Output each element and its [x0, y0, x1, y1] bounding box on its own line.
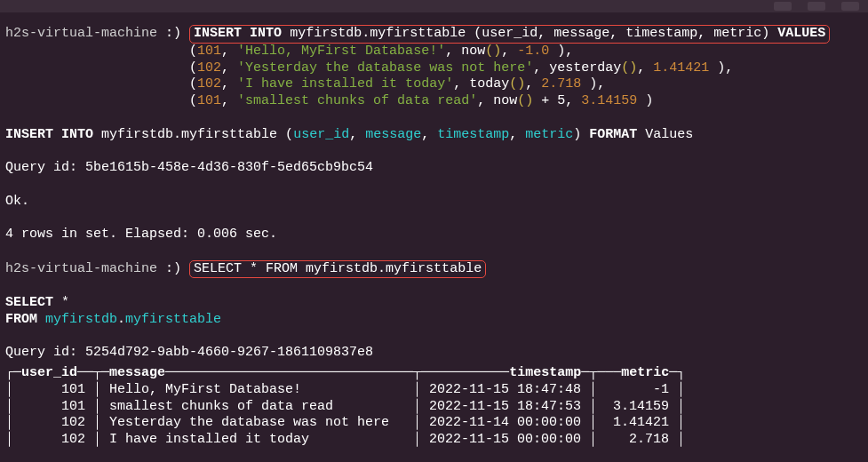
row1-msg: 'Hello, MyFirst Database!' [237, 44, 445, 59]
row1-fn: now [461, 44, 485, 59]
row4-metric: 3.14159 [581, 93, 637, 108]
comma: , [509, 127, 525, 142]
comma: , [637, 60, 653, 76]
echo-col-user-id: user_id [293, 127, 349, 142]
open-paren: ( [474, 26, 482, 41]
highlight-select-cmd: SELECT * FROM myfirstdb.myfirsttable [189, 260, 486, 279]
echo-db: myfirstdb [45, 312, 117, 327]
query1-rows: 4 rows in set. Elapsed: 0.006 sec. [5, 227, 277, 242]
result-table: ┌─user_id──┬─message────────────────────… [5, 365, 863, 449]
query1-label: Query id: [5, 160, 77, 175]
comma: , [421, 127, 437, 142]
open: ( [189, 44, 197, 59]
comma: , [538, 26, 553, 41]
parens: () [517, 93, 533, 108]
echo-from-kw: FROM [5, 312, 37, 327]
echo-table: myfirsttable [125, 312, 221, 327]
db-table: myfirstdb.myfirsttable [290, 26, 466, 41]
parens: () [485, 44, 501, 59]
row4-fn: now [493, 93, 517, 108]
echo-col-message: message [365, 127, 421, 142]
open-paren: ( [285, 127, 293, 142]
col-user-id: user_id [482, 26, 538, 41]
echo-dot: . [117, 312, 125, 327]
prompt-host: h2s-virtual-machine [5, 26, 157, 41]
echo-select-kw: SELECT [5, 295, 53, 310]
col-message: message [553, 26, 609, 41]
open: ( [189, 93, 197, 108]
insert-into-kw: INSERT INTO [194, 26, 282, 41]
window-title-bar [0, 0, 868, 12]
parens: () [509, 76, 525, 92]
query2-id: 5254d792-9abb-4660-9267-1861109837e8 [85, 345, 373, 360]
comma: , [501, 44, 517, 59]
comma: , [221, 93, 237, 108]
echo-insert-into: INSERT INTO [5, 127, 93, 142]
plus5: + 5 [541, 93, 565, 108]
row3-fn: today [469, 76, 509, 92]
row4-id: 101 [197, 93, 221, 108]
comma: , [525, 76, 541, 92]
col-timestamp: timestamp [625, 26, 697, 41]
close-comma: ), [717, 60, 733, 76]
row1-id: 101 [197, 44, 221, 59]
echo-col-timestamp: timestamp [437, 127, 509, 142]
col-metric: metric [713, 26, 761, 41]
prompt-smiley: :) [165, 26, 181, 41]
echo-values-kw: Values [645, 127, 693, 142]
close-paren: ) [573, 127, 581, 142]
row2-metric: 1.41421 [653, 60, 709, 76]
row3-id: 102 [197, 76, 221, 92]
close-comma: ), [589, 76, 605, 92]
comma: , [221, 60, 237, 76]
row1-metric: -1.0 [517, 44, 549, 59]
row2-fn: yesterday [549, 60, 621, 76]
echo-star: * [61, 295, 69, 310]
comma: , [349, 127, 365, 142]
terminal-line-insert: h2s-virtual-machine :) INSERT INTO myfir… [5, 25, 863, 362]
comma: , [697, 26, 713, 41]
comma: , [445, 44, 461, 59]
row2-msg: 'Yesterday the database was not here' [237, 60, 533, 76]
close-comma: ), [557, 44, 573, 59]
query2-label: Query id: [5, 345, 77, 360]
window-close-button[interactable] [841, 2, 859, 11]
window-controls [774, 2, 859, 11]
query1-ok: Ok. [5, 194, 29, 209]
row3-metric: 2.718 [541, 76, 581, 92]
close-paren: ) [761, 26, 769, 41]
row2-id: 102 [197, 60, 221, 76]
row3-msg: 'I have installed it today' [237, 76, 453, 92]
parens: () [621, 60, 637, 76]
comma: , [565, 93, 581, 108]
window-max-button[interactable] [808, 2, 825, 11]
window-min-button[interactable] [774, 2, 792, 11]
open: ( [189, 76, 197, 92]
values-kw: VALUES [777, 26, 825, 41]
prompt-smiley-2: :) [165, 261, 181, 276]
comma: , [221, 44, 237, 59]
prompt-host-2: h2s-virtual-machine [5, 261, 157, 276]
open: ( [189, 60, 197, 76]
terminal-area[interactable]: h2s-virtual-machine :) INSERT INTO myfir… [0, 12, 868, 454]
comma: , [533, 60, 549, 76]
comma: , [453, 76, 469, 92]
comma: , [477, 93, 493, 108]
echo-col-metric: metric [525, 127, 573, 142]
echo-db-table: myfirstdb.myfirsttable [101, 127, 277, 142]
highlight-insert-cmd: INSERT INTO myfirstdb.myfirsttable (user… [189, 25, 830, 44]
query1-id: 5be1615b-458e-4d36-830f-5ed65cb9bc54 [85, 160, 373, 175]
close: ) [645, 93, 653, 108]
comma: , [609, 26, 625, 41]
comma: , [221, 76, 237, 92]
row4-msg: 'smallest chunks of data read' [237, 93, 477, 108]
select-cmd-text: SELECT * FROM myfirstdb.myfirsttable [194, 261, 482, 276]
echo-format-kw: FORMAT [589, 127, 637, 142]
